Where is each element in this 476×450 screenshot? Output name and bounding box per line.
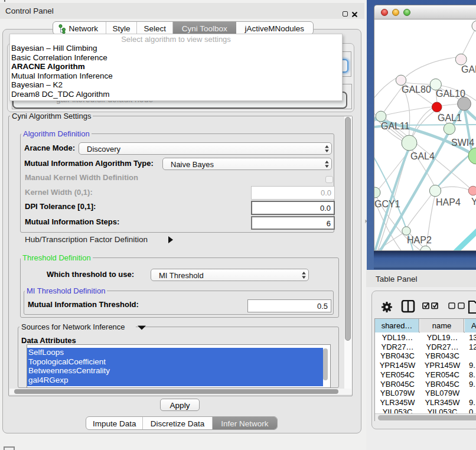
svg-text:GAL80: GAL80	[402, 84, 431, 94]
svg-text:GCY1: GCY1	[374, 199, 400, 209]
svg-text:GAL10: GAL10	[436, 89, 465, 99]
svg-text:GAL7: GAL7	[461, 64, 476, 74]
svg-text:HAP4: HAP4	[436, 197, 461, 207]
svg-text:GAL1: GAL1	[438, 113, 462, 123]
svg-text:Y: Y	[471, 197, 476, 207]
svg-text:GAL4: GAL4	[410, 151, 435, 161]
svg-text:HAP2: HAP2	[407, 235, 432, 245]
svg-text:GAL11: GAL11	[381, 121, 410, 131]
svg-text:SWI4: SWI4	[451, 138, 474, 148]
